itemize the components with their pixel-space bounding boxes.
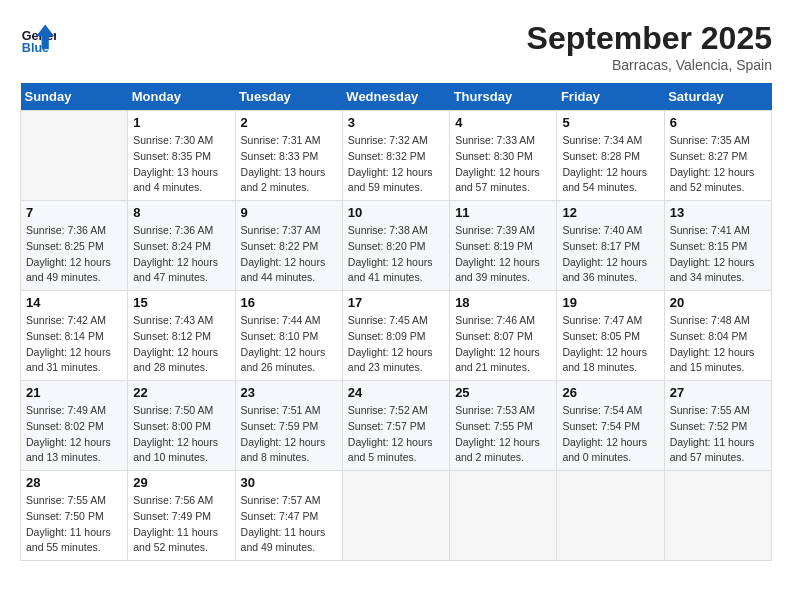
calendar-cell: 2Sunrise: 7:31 AMSunset: 8:33 PMDaylight… xyxy=(235,111,342,201)
day-header-thursday: Thursday xyxy=(450,83,557,111)
day-header-sunday: Sunday xyxy=(21,83,128,111)
day-info: Sunrise: 7:36 AMSunset: 8:24 PMDaylight:… xyxy=(133,223,229,286)
day-info: Sunrise: 7:45 AMSunset: 8:09 PMDaylight:… xyxy=(348,313,444,376)
location-title: Barracas, Valencia, Spain xyxy=(527,57,772,73)
day-number: 3 xyxy=(348,115,444,130)
day-info: Sunrise: 7:33 AMSunset: 8:30 PMDaylight:… xyxy=(455,133,551,196)
day-number: 2 xyxy=(241,115,337,130)
day-info: Sunrise: 7:43 AMSunset: 8:12 PMDaylight:… xyxy=(133,313,229,376)
day-info: Sunrise: 7:54 AMSunset: 7:54 PMDaylight:… xyxy=(562,403,658,466)
calendar-cell: 10Sunrise: 7:38 AMSunset: 8:20 PMDayligh… xyxy=(342,201,449,291)
calendar-cell: 4Sunrise: 7:33 AMSunset: 8:30 PMDaylight… xyxy=(450,111,557,201)
day-info: Sunrise: 7:42 AMSunset: 8:14 PMDaylight:… xyxy=(26,313,122,376)
day-number: 8 xyxy=(133,205,229,220)
day-number: 23 xyxy=(241,385,337,400)
calendar-cell: 18Sunrise: 7:46 AMSunset: 8:07 PMDayligh… xyxy=(450,291,557,381)
day-number: 17 xyxy=(348,295,444,310)
day-number: 28 xyxy=(26,475,122,490)
day-info: Sunrise: 7:35 AMSunset: 8:27 PMDaylight:… xyxy=(670,133,766,196)
calendar-cell: 3Sunrise: 7:32 AMSunset: 8:32 PMDaylight… xyxy=(342,111,449,201)
day-header-monday: Monday xyxy=(128,83,235,111)
title-block: September 2025 Barracas, Valencia, Spain xyxy=(527,20,772,73)
day-header-friday: Friday xyxy=(557,83,664,111)
calendar-cell: 30Sunrise: 7:57 AMSunset: 7:47 PMDayligh… xyxy=(235,471,342,561)
calendar-cell xyxy=(664,471,771,561)
day-number: 5 xyxy=(562,115,658,130)
calendar-cell: 27Sunrise: 7:55 AMSunset: 7:52 PMDayligh… xyxy=(664,381,771,471)
day-number: 24 xyxy=(348,385,444,400)
day-number: 11 xyxy=(455,205,551,220)
day-header-tuesday: Tuesday xyxy=(235,83,342,111)
calendar-cell: 8Sunrise: 7:36 AMSunset: 8:24 PMDaylight… xyxy=(128,201,235,291)
day-number: 18 xyxy=(455,295,551,310)
page-header: General Blue September 2025 Barracas, Va… xyxy=(20,20,772,73)
calendar-cell: 12Sunrise: 7:40 AMSunset: 8:17 PMDayligh… xyxy=(557,201,664,291)
calendar-cell: 23Sunrise: 7:51 AMSunset: 7:59 PMDayligh… xyxy=(235,381,342,471)
calendar-cell: 24Sunrise: 7:52 AMSunset: 7:57 PMDayligh… xyxy=(342,381,449,471)
day-info: Sunrise: 7:49 AMSunset: 8:02 PMDaylight:… xyxy=(26,403,122,466)
day-number: 26 xyxy=(562,385,658,400)
calendar-cell: 6Sunrise: 7:35 AMSunset: 8:27 PMDaylight… xyxy=(664,111,771,201)
day-number: 29 xyxy=(133,475,229,490)
day-number: 10 xyxy=(348,205,444,220)
day-info: Sunrise: 7:38 AMSunset: 8:20 PMDaylight:… xyxy=(348,223,444,286)
day-number: 9 xyxy=(241,205,337,220)
calendar-cell: 20Sunrise: 7:48 AMSunset: 8:04 PMDayligh… xyxy=(664,291,771,381)
logo-icon: General Blue xyxy=(20,20,56,56)
calendar-cell: 14Sunrise: 7:42 AMSunset: 8:14 PMDayligh… xyxy=(21,291,128,381)
day-number: 7 xyxy=(26,205,122,220)
day-number: 16 xyxy=(241,295,337,310)
calendar-cell: 17Sunrise: 7:45 AMSunset: 8:09 PMDayligh… xyxy=(342,291,449,381)
day-number: 22 xyxy=(133,385,229,400)
calendar-cell: 25Sunrise: 7:53 AMSunset: 7:55 PMDayligh… xyxy=(450,381,557,471)
day-info: Sunrise: 7:48 AMSunset: 8:04 PMDaylight:… xyxy=(670,313,766,376)
day-number: 15 xyxy=(133,295,229,310)
day-number: 4 xyxy=(455,115,551,130)
day-header-saturday: Saturday xyxy=(664,83,771,111)
calendar-cell: 21Sunrise: 7:49 AMSunset: 8:02 PMDayligh… xyxy=(21,381,128,471)
calendar-cell: 19Sunrise: 7:47 AMSunset: 8:05 PMDayligh… xyxy=(557,291,664,381)
day-info: Sunrise: 7:34 AMSunset: 8:28 PMDaylight:… xyxy=(562,133,658,196)
calendar-cell: 7Sunrise: 7:36 AMSunset: 8:25 PMDaylight… xyxy=(21,201,128,291)
day-number: 19 xyxy=(562,295,658,310)
day-info: Sunrise: 7:40 AMSunset: 8:17 PMDaylight:… xyxy=(562,223,658,286)
calendar-cell xyxy=(21,111,128,201)
calendar-cell xyxy=(557,471,664,561)
day-info: Sunrise: 7:56 AMSunset: 7:49 PMDaylight:… xyxy=(133,493,229,556)
calendar-cell: 26Sunrise: 7:54 AMSunset: 7:54 PMDayligh… xyxy=(557,381,664,471)
day-number: 12 xyxy=(562,205,658,220)
day-number: 14 xyxy=(26,295,122,310)
day-info: Sunrise: 7:32 AMSunset: 8:32 PMDaylight:… xyxy=(348,133,444,196)
calendar-cell: 5Sunrise: 7:34 AMSunset: 8:28 PMDaylight… xyxy=(557,111,664,201)
logo: General Blue xyxy=(20,20,56,56)
day-number: 30 xyxy=(241,475,337,490)
day-number: 21 xyxy=(26,385,122,400)
day-info: Sunrise: 7:41 AMSunset: 8:15 PMDaylight:… xyxy=(670,223,766,286)
day-number: 13 xyxy=(670,205,766,220)
calendar-cell: 28Sunrise: 7:55 AMSunset: 7:50 PMDayligh… xyxy=(21,471,128,561)
day-number: 1 xyxy=(133,115,229,130)
day-info: Sunrise: 7:39 AMSunset: 8:19 PMDaylight:… xyxy=(455,223,551,286)
day-info: Sunrise: 7:52 AMSunset: 7:57 PMDaylight:… xyxy=(348,403,444,466)
day-info: Sunrise: 7:31 AMSunset: 8:33 PMDaylight:… xyxy=(241,133,337,196)
day-number: 25 xyxy=(455,385,551,400)
day-info: Sunrise: 7:55 AMSunset: 7:52 PMDaylight:… xyxy=(670,403,766,466)
calendar-cell: 22Sunrise: 7:50 AMSunset: 8:00 PMDayligh… xyxy=(128,381,235,471)
day-number: 27 xyxy=(670,385,766,400)
day-info: Sunrise: 7:53 AMSunset: 7:55 PMDaylight:… xyxy=(455,403,551,466)
calendar-cell: 11Sunrise: 7:39 AMSunset: 8:19 PMDayligh… xyxy=(450,201,557,291)
day-header-wednesday: Wednesday xyxy=(342,83,449,111)
day-info: Sunrise: 7:57 AMSunset: 7:47 PMDaylight:… xyxy=(241,493,337,556)
day-info: Sunrise: 7:37 AMSunset: 8:22 PMDaylight:… xyxy=(241,223,337,286)
day-info: Sunrise: 7:30 AMSunset: 8:35 PMDaylight:… xyxy=(133,133,229,196)
day-info: Sunrise: 7:46 AMSunset: 8:07 PMDaylight:… xyxy=(455,313,551,376)
day-info: Sunrise: 7:55 AMSunset: 7:50 PMDaylight:… xyxy=(26,493,122,556)
day-info: Sunrise: 7:44 AMSunset: 8:10 PMDaylight:… xyxy=(241,313,337,376)
calendar-cell xyxy=(450,471,557,561)
calendar-cell: 29Sunrise: 7:56 AMSunset: 7:49 PMDayligh… xyxy=(128,471,235,561)
calendar-cell: 13Sunrise: 7:41 AMSunset: 8:15 PMDayligh… xyxy=(664,201,771,291)
day-number: 20 xyxy=(670,295,766,310)
day-info: Sunrise: 7:36 AMSunset: 8:25 PMDaylight:… xyxy=(26,223,122,286)
day-info: Sunrise: 7:51 AMSunset: 7:59 PMDaylight:… xyxy=(241,403,337,466)
calendar-cell: 15Sunrise: 7:43 AMSunset: 8:12 PMDayligh… xyxy=(128,291,235,381)
